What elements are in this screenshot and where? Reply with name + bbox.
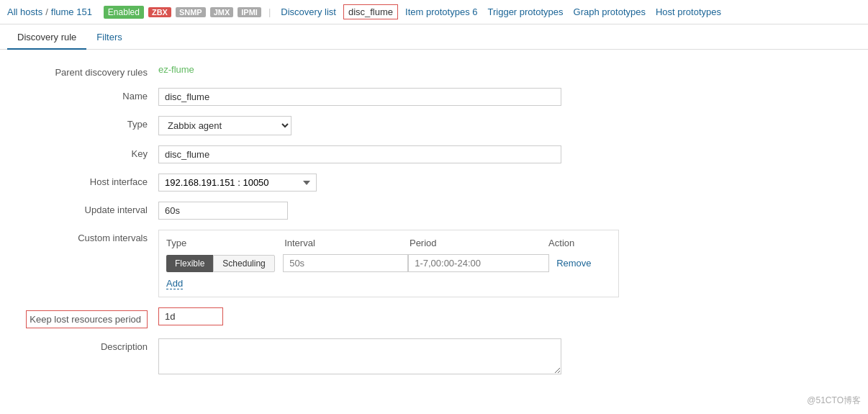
graphprototypes-link[interactable]: Graph prototypes (571, 6, 648, 17)
intervals-header: Type Interval Period Action (166, 238, 611, 248)
description-row: Description (14, 338, 854, 377)
description-textarea[interactable] (158, 338, 561, 374)
parent-row: Parent discovery rules ez-flume (14, 64, 854, 78)
keeplost-value-container (158, 307, 854, 325)
form-area: Parent discovery rules ez-flume Name Typ… (0, 50, 868, 401)
top-navigation: All hosts / flume 151 Enabled ZBX SNMP J… (0, 0, 868, 24)
period-input[interactable] (408, 254, 549, 272)
col-period-header: Period (410, 238, 548, 248)
nav-divider: | (268, 6, 271, 17)
updateinterval-label: Update interval (14, 202, 158, 215)
hostinterface-value-container: 192.168.191.151 : 10050 (158, 174, 854, 192)
tab-filters[interactable]: Filters (86, 26, 132, 50)
updateinterval-row: Update interval (14, 202, 854, 220)
type-label: Type (14, 116, 158, 130)
enabled-badge: Enabled (104, 6, 144, 19)
parent-label: Parent discovery rules (14, 64, 158, 78)
hostinterface-select[interactable]: 192.168.191.151 : 10050 (158, 174, 317, 192)
key-label: Key (14, 145, 158, 159)
col-interval-header: Interval (284, 238, 410, 248)
breadcrumb: All hosts / flume 151 (7, 6, 92, 17)
interval-input-container (283, 254, 408, 272)
itemprototypes-link[interactable]: Item prototypes 6 (402, 6, 480, 17)
col-type-header: Type (166, 238, 284, 248)
type-row: Type Zabbix agent (14, 116, 854, 135)
keeplost-label: Keep lost resources period (30, 314, 141, 325)
key-input[interactable] (158, 145, 561, 163)
triggerprototypes-link[interactable]: Trigger prototypes (485, 6, 566, 17)
customintervals-row: Custom intervals Type Interval Period Ac… (14, 230, 854, 297)
breadcrumb-sep1: / (45, 6, 48, 17)
type-select[interactable]: Zabbix agent (158, 116, 291, 135)
description-label: Description (14, 338, 158, 352)
customintervals-container: Type Interval Period Action Flexible Sch… (158, 230, 854, 297)
updateinterval-value-container (158, 202, 854, 220)
parent-link[interactable]: ez-flume (158, 64, 194, 75)
flexible-button[interactable]: Flexible (166, 255, 213, 272)
hostinterface-row: Host interface 192.168.191.151 : 10050 (14, 174, 854, 192)
disc-flume-active: disc_flume (343, 4, 398, 19)
name-row: Name (14, 88, 854, 106)
key-row: Key (14, 145, 854, 163)
type-buttons: Flexible Scheduling (166, 255, 283, 272)
name-input[interactable] (158, 88, 561, 106)
tab-bar: Discovery rule Filters (0, 26, 868, 50)
hostinterface-label: Host interface (14, 174, 158, 187)
name-label: Name (14, 88, 158, 102)
name-value-container (158, 88, 854, 106)
interval-input[interactable] (283, 254, 408, 272)
ipmi-badge: IPMI (238, 7, 261, 17)
watermark: @51CTO博客 (807, 395, 861, 401)
hostname-link[interactable]: flume 151 (51, 6, 92, 17)
parent-value: ez-flume (158, 64, 854, 75)
intervals-table: Type Interval Period Action Flexible Sch… (158, 230, 619, 297)
customintervals-label: Custom intervals (14, 230, 158, 243)
keeplost-outer-label: Keep lost resources period (14, 307, 158, 328)
scheduling-button[interactable]: Scheduling (213, 255, 274, 272)
keeplost-row: Keep lost resources period (14, 307, 854, 328)
hostprototypes-link[interactable]: Host prototypes (653, 6, 724, 17)
remove-link[interactable]: Remove (549, 258, 591, 269)
description-value-container (158, 338, 854, 377)
keeplost-input[interactable] (158, 307, 223, 325)
col-action-header: Action (548, 238, 611, 248)
snmp-badge: SNMP (176, 7, 206, 17)
add-row: Add (166, 272, 611, 289)
discoverylist-link[interactable]: Discovery list (278, 6, 339, 17)
interval-row-1: Flexible Scheduling Remove (166, 254, 611, 272)
keeplost-label-bordered: Keep lost resources period (26, 310, 148, 328)
add-link[interactable]: Add (166, 278, 183, 289)
jmx-badge: JMX (210, 7, 234, 17)
period-input-container (408, 254, 549, 272)
remove-container: Remove (549, 258, 611, 269)
allhosts-link[interactable]: All hosts (7, 6, 42, 17)
type-value-container: Zabbix agent (158, 116, 854, 135)
tab-discoveryrule[interactable]: Discovery rule (7, 26, 86, 50)
zbx-badge: ZBX (148, 7, 171, 17)
key-value-container (158, 145, 854, 163)
updateinterval-input[interactable] (158, 202, 288, 220)
